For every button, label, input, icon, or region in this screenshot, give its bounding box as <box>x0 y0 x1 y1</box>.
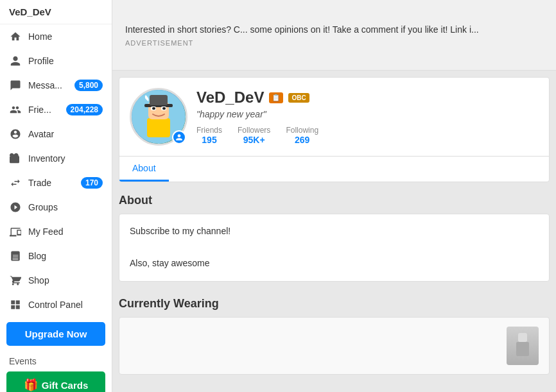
wearing-item-1 <box>507 327 539 365</box>
sidebar-label-home: Home <box>28 31 52 42</box>
ad-label: ADVERTISEMENT <box>125 39 543 47</box>
home-icon <box>9 30 22 43</box>
main-content: Interested in short stories? C... some o… <box>112 0 556 392</box>
sidebar-item-myfeed[interactable]: My Feed <box>0 219 112 244</box>
sidebar: VeD_DeV Home Profile Messa... 5,800 Frie… <box>0 0 112 392</box>
sidebar-label-profile: Profile <box>28 56 54 66</box>
sidebar-label-groups: Groups <box>28 202 58 212</box>
about-header: About <box>119 189 550 214</box>
about-line2: Also, stay awesome <box>130 255 539 271</box>
about-line1: Subscribe to my channel! <box>130 223 539 239</box>
sidebar-item-shop[interactable]: Shop <box>0 268 112 293</box>
trade-icon <box>9 176 22 189</box>
sidebar-item-blog[interactable]: Blog <box>0 244 112 268</box>
ad-banner: Interested in short stories? C... some o… <box>112 0 556 71</box>
sidebar-title: VeD_DeV <box>0 0 112 24</box>
gift-cards-button[interactable]: 🎁 Gift Cards <box>6 371 105 392</box>
giftcard-icon: 🎁 <box>24 378 38 392</box>
gift-cards-label: Gift Cards <box>42 380 89 391</box>
inventory-icon <box>9 152 22 165</box>
following-stat: Following 269 <box>286 126 318 145</box>
followers-stat-value: 95K+ <box>238 135 270 145</box>
tab-about[interactable]: About <box>119 157 169 182</box>
content-area: About Subscribe to my channel! Also, sta… <box>112 182 556 381</box>
messages-badge: 5,800 <box>74 80 103 91</box>
following-stat-label: Following <box>286 126 318 135</box>
sidebar-item-friends[interactable]: Frie... 204,228 <box>0 98 112 122</box>
profile-info: VeD_DeV 📋 OBC "happy new year" Friends 1… <box>196 89 539 145</box>
profile-icon <box>9 55 22 67</box>
following-stat-value: 269 <box>286 135 318 145</box>
svg-rect-4 <box>150 95 168 105</box>
currently-wearing-header: Currently Wearing <box>119 292 550 317</box>
sidebar-label-blog: Blog <box>28 251 46 261</box>
avatar-icon <box>9 128 22 141</box>
followers-stat-label: Followers <box>238 126 270 135</box>
friends-badge: 204,228 <box>66 104 103 115</box>
about-box: Subscribe to my channel! Also, stay awes… <box>119 214 550 282</box>
messages-icon <box>9 79 22 92</box>
roblox-badge: 📋 <box>269 92 283 103</box>
shop-icon <box>9 274 22 287</box>
sidebar-item-home[interactable]: Home <box>0 24 112 49</box>
sidebar-label-shop: Shop <box>28 275 49 285</box>
sidebar-item-groups[interactable]: Groups <box>0 195 112 219</box>
controlpanel-icon <box>9 298 22 311</box>
profile-card: VeD_DeV 📋 OBC "happy new year" Friends 1… <box>119 77 550 182</box>
avatar-container <box>130 88 187 146</box>
upgrade-now-button[interactable]: Upgrade Now <box>6 322 105 346</box>
sidebar-label-avatar: Avatar <box>28 129 54 139</box>
sidebar-label-controlpanel: Control Panel <box>28 300 83 310</box>
sidebar-label-friends: Frie... <box>28 105 51 115</box>
friends-icon <box>9 103 22 116</box>
sidebar-item-avatar[interactable]: Avatar <box>0 122 112 146</box>
profile-stats: Friends 195 Followers 95K+ Following 269 <box>196 126 539 145</box>
sidebar-label-inventory: Inventory <box>28 153 65 164</box>
avatar-online-badge <box>172 130 186 144</box>
sidebar-item-trade[interactable]: Trade 170 <box>0 171 112 195</box>
ad-text: Interested in short stories? C... some o… <box>125 23 543 37</box>
sidebar-item-messages[interactable]: Messa... 5,800 <box>0 73 112 98</box>
sidebar-item-profile[interactable]: Profile <box>0 49 112 73</box>
groups-icon <box>9 201 22 214</box>
trade-badge: 170 <box>81 177 103 189</box>
profile-username: VeD_DeV 📋 OBC <box>196 89 539 107</box>
myfeed-icon <box>9 225 22 238</box>
friends-stat-value: 195 <box>196 135 222 145</box>
svg-rect-8 <box>162 107 166 110</box>
obc-badge: OBC <box>288 93 309 103</box>
sidebar-item-inventory[interactable]: Inventory <box>0 146 112 171</box>
svg-rect-7 <box>152 107 155 110</box>
svg-rect-1 <box>147 118 170 137</box>
friends-stat: Friends 195 <box>196 126 222 145</box>
friends-stat-label: Friends <box>196 126 222 135</box>
profile-tagline: "happy new year" <box>196 109 539 119</box>
sidebar-label-myfeed: My Feed <box>28 226 63 237</box>
svg-rect-10 <box>516 342 529 356</box>
wearing-box <box>119 317 550 375</box>
followers-stat: Followers 95K+ <box>238 126 270 145</box>
sidebar-label-messages: Messa... <box>28 80 62 90</box>
tabs-bar: About <box>119 156 549 182</box>
events-label: Events <box>0 351 112 369</box>
svg-rect-9 <box>518 333 527 342</box>
blog-icon <box>9 250 22 262</box>
sidebar-label-trade: Trade <box>28 178 51 188</box>
sidebar-item-controlpanel[interactable]: Control Panel <box>0 293 112 317</box>
